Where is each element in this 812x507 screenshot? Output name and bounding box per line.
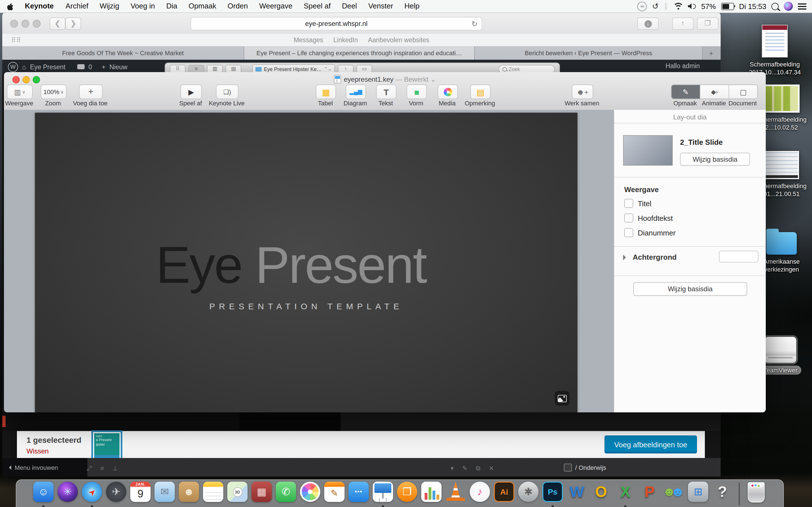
play-button[interactable]: ▶ — [181, 84, 202, 99]
background-disclosure[interactable]: Achtergrond — [623, 253, 677, 262]
tab-opmaak[interactable]: ✎ — [672, 85, 700, 99]
dock-ibooks-icon[interactable]: ❒ — [396, 482, 418, 507]
battery-icon[interactable] — [721, 3, 734, 10]
dock-contacts-icon[interactable]: ☻ — [177, 482, 200, 507]
add-slide-button[interactable]: + — [79, 84, 103, 99]
dock-maps-icon[interactable]: 3D — [226, 482, 249, 507]
tab-animatie[interactable]: ◆› — [700, 85, 729, 99]
favorite-messages[interactable]: Messages — [294, 37, 323, 43]
dock-illustrator-icon[interactable]: Ai — [493, 482, 515, 507]
master-slide-thumbnail[interactable] — [623, 135, 673, 166]
slide[interactable]: Eye Present PRESENTATION TEMPLATE — [35, 113, 577, 412]
wifi-icon[interactable] — [673, 3, 682, 10]
dock-facetime-icon[interactable]: ✆ — [274, 482, 297, 507]
dock-photo-booth-icon[interactable]: ▦ — [250, 482, 273, 507]
wordpress-logo-icon[interactable]: W — [8, 62, 18, 72]
comments-icon[interactable] — [77, 64, 85, 69]
table-button[interactable]: ▦ — [316, 84, 336, 99]
menu-orden[interactable]: Orden — [222, 0, 253, 12]
checkbox[interactable] — [624, 228, 633, 237]
notification-center-icon[interactable] — [798, 3, 806, 9]
chart-button[interactable]: ▂▄▆ — [346, 84, 366, 99]
checkbox[interactable] — [624, 199, 633, 208]
checkbox[interactable] — [624, 214, 633, 223]
menu-keynote[interactable]: Keynote — [19, 0, 60, 12]
menu-clock[interactable]: Di 15:53 — [739, 2, 766, 10]
comment-button[interactable]: ▤ — [470, 84, 491, 99]
minimize-button[interactable] — [21, 20, 29, 27]
forward-button[interactable]: ❯ — [65, 17, 81, 30]
dock-calendar-icon[interactable]: JAN.9 — [129, 482, 152, 507]
dock-messenger-icon[interactable]: ☻☻ — [663, 482, 685, 507]
menu-opmaak[interactable]: Opmaak — [183, 0, 222, 12]
clear-selection-link[interactable]: Wissen — [27, 447, 49, 455]
background-fill-well[interactable] — [719, 251, 758, 263]
zoom-button[interactable] — [33, 20, 41, 27]
favorite-aanbevolen-websites[interactable]: Aanbevolen websites — [368, 37, 429, 43]
safari-tab-1[interactable]: Free Goods Of The Week ~ Creative Market — [2, 46, 244, 60]
dock-outlook-icon[interactable]: O — [590, 482, 612, 507]
menu-wijzig[interactable]: Wijzig — [94, 0, 125, 12]
close-button[interactable] — [10, 20, 18, 27]
share-button[interactable]: ↑ — [672, 17, 694, 30]
menu-deel[interactable]: Deel — [336, 0, 363, 12]
dock-word-icon[interactable]: W — [566, 482, 588, 507]
dock-mail-icon[interactable]: ✉ — [153, 482, 176, 507]
keynote-live-button[interactable]: ❑) — [216, 84, 239, 99]
media-button[interactable] — [438, 84, 458, 99]
dock-finder-icon[interactable]: ☺ — [32, 482, 55, 507]
dock-photoshop-icon[interactable]: Ps — [541, 482, 564, 507]
wp-category-row[interactable]: / Onderwijs — [564, 464, 606, 471]
wp-collapse-menu[interactable]: Menu invouwen — [2, 458, 87, 476]
dock-itunes-icon[interactable]: ♪ — [469, 482, 491, 507]
address-bar[interactable]: eye-present.whspr.nl ↻ — [191, 17, 482, 31]
dock-launchpad-icon[interactable]: ✈ — [105, 482, 128, 507]
text-button[interactable]: T — [376, 84, 396, 99]
shape-button[interactable]: ■ — [407, 84, 427, 99]
dock-keynote-icon[interactable] — [371, 482, 394, 507]
dock-messages-icon[interactable]: ••• — [347, 482, 370, 507]
dock-trash-icon[interactable] — [745, 482, 767, 507]
dock-vlc-icon[interactable] — [444, 482, 467, 507]
dock-siri-icon[interactable]: ✳ — [56, 482, 79, 507]
creative-cloud-icon[interactable]: ∞ — [638, 1, 647, 11]
menu-speel-af[interactable]: Speel af — [298, 0, 336, 12]
slide-subtitle[interactable]: PRESENTATION TEMPLATE — [35, 301, 577, 311]
desktop-icon-screenshot-1[interactable]: Schermafbeelding2017-10...10.47.34 — [741, 25, 809, 76]
menu-voeg-in[interactable]: Voeg in — [125, 0, 161, 12]
tab-document[interactable]: ▢ — [729, 85, 757, 99]
disclosure-triangle-icon[interactable] — [623, 255, 629, 260]
wp-site-name[interactable]: Eye Present — [30, 63, 65, 70]
view-menu-button[interactable]: ▥∨ — [7, 84, 33, 99]
reload-icon[interactable]: ↻ — [471, 19, 477, 28]
new-tab-button[interactable]: + — [703, 46, 719, 60]
dock-photos-icon[interactable] — [299, 482, 321, 507]
checkbox-row-titel[interactable]: Titel — [624, 199, 651, 208]
back-button[interactable]: ❮ — [50, 17, 65, 30]
favorites-grid-icon[interactable]: ⠿⠿ — [11, 36, 21, 44]
safari-tab-2[interactable]: Eye Present – Life changing experiences … — [244, 46, 475, 60]
wp-new-button[interactable]: Nieuw — [109, 63, 128, 70]
menu-archief[interactable]: Archief — [60, 0, 94, 12]
bluetooth-icon[interactable]: ᛒ — [664, 2, 668, 11]
dock-remote-desktop-icon[interactable]: ⊞ — [687, 482, 709, 507]
apple-menu[interactable] — [0, 2, 19, 10]
menu-weergave[interactable]: Weergave — [253, 0, 298, 12]
dock-powerpoint-icon[interactable]: P — [638, 482, 661, 507]
selected-media-thumbnail[interactable]: nato/ e Present ipster — [93, 432, 121, 459]
safari-tab-3[interactable]: Bericht bewerken ‹ Eye Present — WordPre… — [475, 46, 703, 60]
dock-notes-icon[interactable] — [202, 482, 224, 507]
wp-comment-count[interactable]: 0 — [89, 63, 92, 70]
media-placeholder-button[interactable] — [555, 391, 569, 406]
menu-dia[interactable]: Dia — [161, 0, 183, 12]
dock-help-icon[interactable]: ? — [711, 482, 733, 507]
favorite-linkedin[interactable]: LinkedIn — [333, 37, 358, 43]
dock-numbers-icon[interactable] — [420, 482, 443, 507]
collaborate-button[interactable]: ☻+ — [572, 84, 593, 99]
change-master-bottom-button[interactable]: Wijzig basisdia — [633, 282, 747, 296]
tabs-overview-button[interactable]: ❐ — [697, 17, 718, 30]
checkbox-onderwijs[interactable] — [564, 464, 572, 471]
siri-icon[interactable] — [784, 2, 793, 11]
dock-safari-icon[interactable]: ➤ — [81, 482, 103, 507]
downloads-button[interactable]: ↓ — [637, 17, 659, 30]
